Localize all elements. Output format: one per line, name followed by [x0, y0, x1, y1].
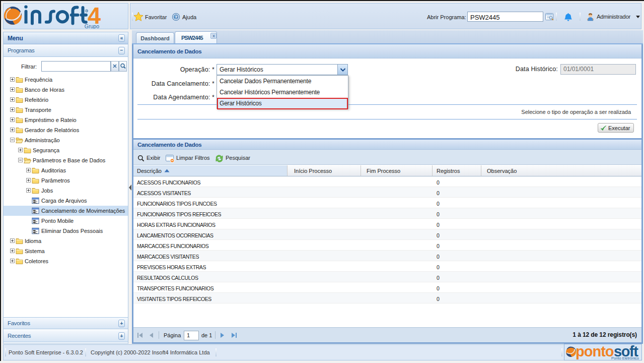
svg-text:ponto: ponto: [576, 344, 614, 359]
svg-text:Grupo: Grupo: [85, 23, 99, 29]
svg-text:Ponto Eletrônico: Ponto Eletrônico: [611, 356, 639, 360]
svg-text:?: ?: [175, 15, 178, 20]
